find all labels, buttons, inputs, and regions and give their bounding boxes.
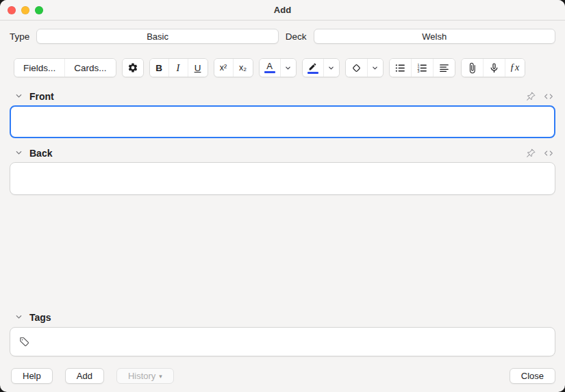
bullet-list-button[interactable] [390, 59, 412, 77]
underline-button[interactable]: U [188, 59, 208, 77]
list-group: 123 [389, 58, 455, 77]
bold-button[interactable]: B [150, 59, 169, 77]
gear-icon [127, 62, 138, 73]
subscript-button[interactable]: x₂ [234, 59, 253, 77]
text-color-button[interactable]: A [260, 59, 281, 77]
close-window-button[interactable] [8, 6, 16, 14]
deck-selector[interactable]: Welsh [314, 29, 555, 44]
history-button-label: History [128, 371, 155, 381]
format-group: B I U [149, 58, 208, 77]
eraser-icon [351, 62, 362, 74]
tags-label: Tags [29, 312, 51, 323]
cards-button[interactable]: Cards... [65, 59, 115, 77]
back-field-input[interactable] [10, 162, 555, 195]
superscript-button[interactable]: x² [214, 59, 234, 77]
tags-header: Tags [15, 311, 554, 323]
html-editor-icon[interactable] [543, 91, 554, 102]
dropdown-arrow-icon: ▾ [159, 373, 162, 380]
bullet-list-icon [394, 62, 406, 74]
traffic-lights [8, 6, 43, 14]
remove-formatting-dropdown-button[interactable] [368, 59, 383, 77]
pin-icon[interactable] [526, 92, 536, 101]
type-label: Type [10, 31, 29, 42]
alignment-button[interactable] [434, 59, 455, 77]
align-text-icon [438, 62, 450, 74]
back-field-label: Back [29, 148, 52, 159]
chevron-down-icon[interactable] [15, 92, 23, 100]
paperclip-icon [466, 62, 478, 74]
equation-button[interactable]: ƒx [505, 59, 525, 77]
tag-icon [18, 336, 30, 348]
front-field-header: Front [15, 90, 554, 102]
fields-cards-group: Fields... Cards... [14, 58, 116, 77]
chevron-down-icon [285, 65, 291, 71]
highlight-color-dropdown-button[interactable] [324, 59, 339, 77]
microphone-icon [488, 62, 500, 74]
footer-bar: Help Add History ▾ Close [11, 368, 555, 384]
text-color-dropdown-button[interactable] [281, 59, 296, 77]
help-button[interactable]: Help [11, 368, 53, 384]
pin-icon[interactable] [526, 148, 536, 158]
notetype-selector[interactable]: Basic [36, 29, 278, 44]
chevron-down-icon[interactable] [15, 313, 23, 321]
attach-media-button[interactable] [462, 59, 484, 77]
history-button[interactable]: History ▾ [116, 368, 174, 384]
fields-button[interactable]: Fields... [14, 59, 65, 77]
highlight-color-group [302, 58, 340, 77]
math-fx-label: ƒx [510, 62, 520, 73]
minimize-window-button[interactable] [21, 6, 29, 14]
svg-text:3: 3 [417, 69, 419, 73]
italic-button[interactable]: I [169, 59, 188, 77]
html-editor-icon[interactable] [543, 148, 554, 159]
add-note-dialog: Add Type Basic Deck Welsh Fields... Card… [0, 0, 565, 392]
add-button[interactable]: Add [65, 368, 104, 384]
deck-label: Deck [286, 31, 307, 42]
editor-settings-button[interactable] [123, 59, 143, 77]
editor-toolbar: Fields... Cards... B I U x² x₂ A [14, 58, 555, 77]
media-group: ƒx [461, 58, 525, 77]
remove-formatting-button[interactable] [346, 59, 368, 77]
numbered-list-button[interactable]: 123 [412, 59, 434, 77]
tags-field[interactable] [10, 327, 555, 356]
text-color-label: A [266, 62, 273, 70]
chevron-down-icon [372, 65, 378, 71]
chevron-down-icon [328, 65, 334, 71]
script-group: x² x₂ [214, 58, 253, 77]
numbered-list-icon: 123 [416, 62, 428, 74]
front-field-input[interactable] [10, 105, 555, 138]
chevron-down-icon[interactable] [15, 149, 23, 157]
zoom-window-button[interactable] [35, 6, 43, 14]
text-color-group: A [259, 58, 297, 77]
empty-space [0, 195, 565, 311]
highlighter-icon [308, 62, 317, 71]
window-title: Add [274, 5, 291, 15]
back-field-header: Back [15, 147, 554, 159]
settings-group [122, 58, 144, 77]
record-audio-button[interactable] [484, 59, 505, 77]
highlight-color-swatch [307, 72, 318, 74]
title-bar: Add [0, 0, 565, 21]
front-field-label: Front [29, 91, 54, 102]
tags-input[interactable] [36, 336, 547, 348]
highlight-color-button[interactable] [303, 59, 324, 77]
remove-format-group [345, 58, 384, 77]
notetype-deck-row: Type Basic Deck Welsh [10, 29, 555, 44]
text-color-swatch [264, 71, 275, 73]
close-button[interactable]: Close [510, 368, 555, 384]
